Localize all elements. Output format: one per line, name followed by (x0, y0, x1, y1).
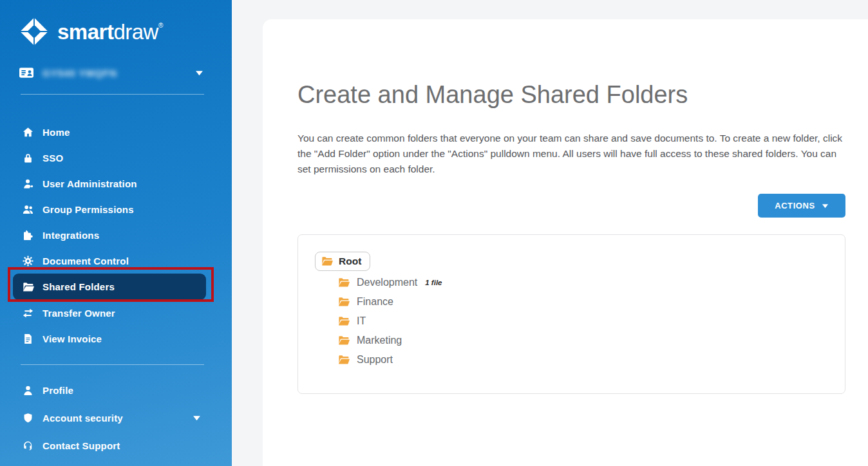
sidebar-item-label: Integrations (42, 230, 99, 241)
brand-word-light: draw (113, 20, 158, 44)
folder-tree-children: Development 1 file Finance IT Marketing (298, 273, 845, 369)
folder-open-icon (321, 256, 333, 266)
sidebar-item-label: Shared Folders (42, 281, 115, 292)
folder-tree-panel: Root Development 1 file Finance IT (297, 234, 845, 394)
folder-row-support[interactable]: Support (298, 350, 845, 369)
sidebar-item-label: Home (42, 127, 70, 138)
shield-icon (22, 413, 34, 424)
sidebar: smartdraw® GY540 YMQFN Home SSO User Adm… (0, 0, 232, 466)
sidebar-item-shared-folders[interactable]: Shared Folders (13, 274, 206, 300)
sidebar-divider (21, 364, 204, 365)
folder-name: Root (339, 256, 361, 267)
user-admin-icon (22, 178, 34, 189)
folder-open-icon (338, 316, 350, 326)
caret-down-icon (822, 203, 829, 209)
folder-name: Marketing (357, 335, 402, 346)
sidebar-item-home[interactable]: Home (0, 119, 232, 145)
sidebar-item-sso[interactable]: SSO (0, 145, 232, 171)
registered-mark: ® (158, 22, 163, 29)
folder-file-count: 1 file (425, 279, 442, 286)
actions-button[interactable]: ACTIONS (758, 194, 845, 218)
folder-row-marketing[interactable]: Marketing (298, 331, 845, 350)
brand-wordmark: smartdraw® (57, 21, 163, 42)
transfer-icon (22, 307, 34, 319)
home-icon (22, 126, 34, 138)
folder-root-node[interactable]: Root (315, 252, 370, 271)
folder-row-finance[interactable]: Finance (298, 292, 845, 312)
sidebar-item-label: Document Control (42, 256, 129, 266)
sidebar-item-label: Profile (42, 385, 73, 396)
id-card-icon (19, 67, 33, 79)
page-title: Create and Manage Shared Folders (297, 81, 688, 109)
sidebar-item-profile[interactable]: Profile (0, 377, 232, 404)
content-card: Create and Manage Shared Folders You can… (263, 19, 868, 466)
puzzle-icon (22, 229, 34, 241)
sidebar-item-transfer-owner[interactable]: Transfer Owner (0, 300, 232, 326)
sidebar-item-label: SSO (42, 153, 63, 163)
sidebar-item-contact-support[interactable]: Contact Support (0, 432, 232, 460)
gear-icon (22, 255, 34, 266)
folder-name: IT (357, 315, 366, 327)
folder-name: Support (357, 354, 393, 366)
sidebar-item-group-permissions[interactable]: Group Permissions (0, 196, 232, 222)
folder-open-icon (338, 355, 350, 365)
folder-open-icon (338, 297, 350, 307)
page-description: You can create common folders that every… (297, 131, 845, 177)
invoice-icon (22, 333, 34, 344)
sidebar-item-label: User Administration (42, 178, 137, 189)
sidebar-item-document-control[interactable]: Document Control (0, 248, 232, 274)
user-icon (22, 385, 34, 396)
actions-button-label: ACTIONS (775, 201, 815, 210)
smartdraw-logo-icon (19, 17, 49, 46)
account-name-blurred: GY540 YMQFN (42, 68, 117, 79)
folder-open-icon (22, 281, 34, 293)
brand-logo: smartdraw® (0, 0, 232, 46)
chevron-down-icon[interactable] (193, 415, 201, 421)
users-icon (22, 203, 34, 215)
sidebar-item-label: View Invoice (42, 333, 102, 344)
sidebar-item-integrations[interactable]: Integrations (0, 222, 232, 248)
chevron-down-icon[interactable] (195, 70, 203, 76)
sidebar-item-view-invoice[interactable]: View Invoice (0, 326, 232, 351)
folder-row-development[interactable]: Development 1 file (298, 273, 845, 292)
lock-icon (22, 152, 34, 163)
folder-name: Development (357, 277, 417, 288)
brand-word-bold: smart (57, 20, 113, 44)
sidebar-item-account-security[interactable]: Account security (0, 404, 232, 432)
headset-icon (22, 440, 34, 452)
sidebar-item-user-administration[interactable]: User Administration (0, 171, 232, 196)
sidebar-item-label: Group Permissions (42, 204, 134, 215)
folder-name: Finance (357, 296, 393, 308)
folder-row-it[interactable]: IT (298, 312, 845, 331)
sidebar-divider (21, 94, 204, 95)
sidebar-item-label: Contact Support (42, 440, 120, 451)
sidebar-secondary-nav: Profile Account security Contact Support (0, 377, 232, 460)
sidebar-item-label: Transfer Owner (42, 308, 115, 319)
sidebar-item-label: Account security (42, 413, 123, 424)
folder-open-icon (338, 277, 350, 288)
sidebar-nav: Home SSO User Administration Group Permi… (0, 119, 232, 351)
account-selector[interactable]: GY540 YMQFN (19, 64, 203, 81)
main-area: Create and Manage Shared Folders You can… (232, 0, 868, 466)
folder-open-icon (338, 335, 350, 346)
